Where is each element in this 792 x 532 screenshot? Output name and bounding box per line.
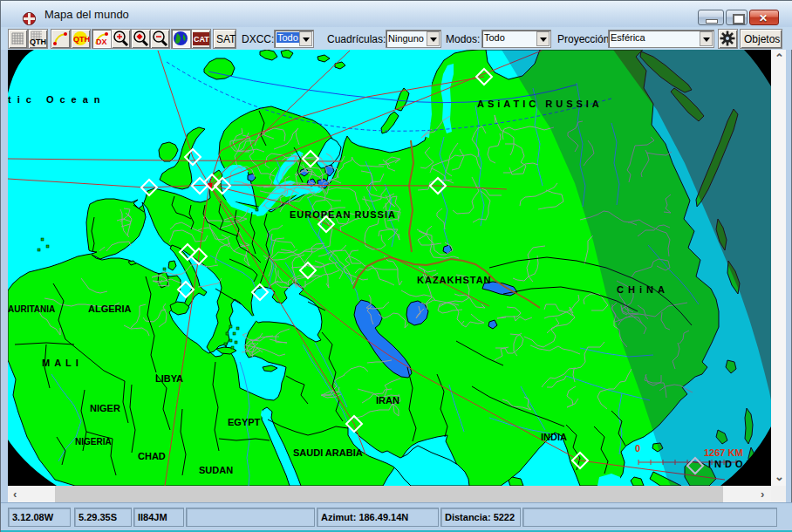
svg-text:SUDAN: SUDAN <box>199 465 233 475</box>
svg-text:0: 0 <box>635 443 640 454</box>
svg-text:ASiATIC RUSSIA: ASiATIC RUSSIA <box>477 99 603 109</box>
svg-text:DX: DX <box>96 38 107 46</box>
svg-text:QTH: QTH <box>73 35 90 44</box>
svg-text:NIGER: NIGER <box>90 403 120 413</box>
svg-text:MALI: MALI <box>42 358 83 368</box>
svg-text:CAT: CAT <box>194 35 209 44</box>
svg-text:EGYPT: EGYPT <box>228 417 261 427</box>
svg-text:INDIA: INDIA <box>541 432 567 442</box>
svg-text:KAZAKHSTAN: KAZAKHSTAN <box>417 275 492 285</box>
svg-text:QTH: QTH <box>30 38 46 46</box>
svg-text:NIGERIA: NIGERIA <box>75 437 112 447</box>
svg-text:LIBYA: LIBYA <box>155 373 183 384</box>
svg-text:IRAN: IRAN <box>376 395 399 406</box>
svg-text:CHiNA: CHiNA <box>617 284 669 295</box>
svg-text:1267 KM: 1267 KM <box>704 447 743 458</box>
svg-text:AURITANIA: AURITANIA <box>8 304 55 314</box>
svg-text:INDONE: INDONE <box>708 459 767 469</box>
svg-text:CHAD: CHAD <box>138 451 166 461</box>
svg-text:tic Ocean: tic Ocean <box>8 94 106 105</box>
svg-text:EUROPEAN RUSSIA: EUROPEAN RUSSIA <box>290 209 396 220</box>
svg-text:ALGERIA: ALGERIA <box>88 304 132 314</box>
svg-text:SAUDI ARABIA: SAUDI ARABIA <box>293 447 363 458</box>
